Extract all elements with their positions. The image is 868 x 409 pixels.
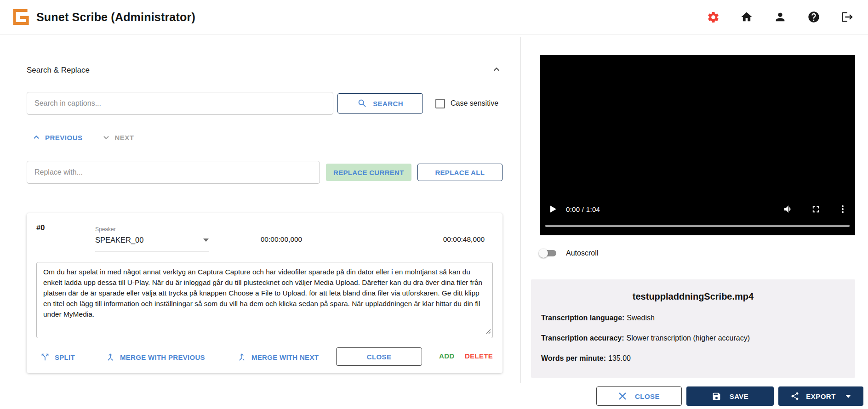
video-progress-bar[interactable]	[545, 225, 850, 227]
save-icon	[712, 392, 721, 401]
merge-with-next-button[interactable]: MERGE WITH NEXT	[237, 352, 319, 362]
media-info-row: Transcription language:Swedish	[541, 314, 845, 322]
app-header: Sunet Scribe (Administrator)	[0, 0, 868, 34]
search-replace-header: Search & Replace	[27, 63, 503, 77]
caption-start-time: 00:00:00,000	[235, 235, 327, 244]
split-button[interactable]: SPLIT	[40, 352, 75, 362]
page-title: Sunet Scribe (Administrator)	[36, 11, 195, 24]
media-info-row: Words per minute:135.00	[541, 354, 845, 363]
replace-row: REPLACE CURRENT REPLACE ALL	[27, 161, 503, 184]
profile-icon[interactable]	[773, 10, 787, 24]
video-player[interactable]: 0:00 / 1:04	[540, 55, 855, 235]
footer-save-label: SAVE	[730, 392, 749, 400]
media-info-label: Transcription language:	[541, 314, 624, 322]
speaker-select[interactable]: Speaker SPEAKER_00	[95, 226, 209, 251]
split-label: SPLIT	[55, 353, 75, 361]
share-icon	[790, 392, 799, 401]
search-icon	[357, 98, 367, 108]
caption-end-time: 00:00:48,000	[418, 235, 510, 244]
media-info-label: Transcription accuracy:	[541, 334, 624, 342]
logout-icon[interactable]	[840, 10, 854, 24]
main-content: Search & Replace SEARCH Case sensitive P	[0, 35, 868, 409]
search-nav-row: PREVIOUS NEXT	[31, 132, 134, 142]
search-replace-title: Search & Replace	[27, 66, 90, 75]
next-label: NEXT	[115, 134, 134, 142]
next-match-button[interactable]: NEXT	[101, 132, 134, 142]
close-x-icon	[618, 392, 627, 400]
footer-close-button[interactable]: CLOSE	[596, 386, 682, 406]
video-controls-right	[783, 204, 848, 215]
home-icon[interactable]	[740, 10, 754, 24]
settings-icon[interactable]	[706, 10, 720, 24]
fullscreen-icon[interactable]	[811, 204, 821, 215]
media-info-value: Swedish	[627, 314, 654, 322]
merge-up-icon	[105, 352, 115, 362]
autoscroll-row: Autoscroll	[540, 249, 598, 257]
speaker-value: SPEAKER_00	[95, 236, 143, 244]
search-input[interactable]	[27, 92, 333, 115]
volume-icon[interactable]	[783, 204, 794, 215]
header-actions	[706, 10, 854, 24]
help-icon[interactable]	[807, 10, 821, 24]
video-time-display: 0:00 / 1:04	[566, 205, 600, 213]
caption-text-wrapper: Om du har spelat in med något annat verk…	[36, 262, 493, 338]
caption-index: #0	[36, 223, 45, 232]
delete-caption-button[interactable]: DELETE	[465, 352, 493, 360]
case-sensitive-label: Case sensitive	[451, 99, 498, 108]
footer-bar: CLOSE SAVE EXPORT	[0, 383, 868, 409]
sunet-logo-icon	[10, 7, 29, 27]
merge-down-icon	[237, 352, 247, 362]
footer-close-label: CLOSE	[635, 392, 660, 400]
dropdown-arrow-icon	[203, 239, 209, 242]
caption-close-button[interactable]: CLOSE	[336, 347, 422, 366]
caption-textarea[interactable]: Om du har spelat in med något annat verk…	[36, 262, 493, 338]
merge-with-previous-button[interactable]: MERGE WITH PREVIOUS	[105, 352, 205, 362]
editor-panel: Search & Replace SEARCH Case sensitive P	[0, 35, 520, 409]
add-caption-button[interactable]: ADD	[439, 352, 454, 360]
search-button-label: SEARCH	[373, 100, 403, 108]
replace-input[interactable]	[27, 161, 320, 184]
merge-next-label: MERGE WITH NEXT	[251, 353, 319, 361]
kebab-menu-icon[interactable]	[838, 204, 848, 214]
footer-export-button[interactable]: EXPORT	[778, 386, 863, 406]
collapse-chevron-up-icon[interactable]	[491, 63, 503, 77]
previous-label: PREVIOUS	[45, 134, 83, 142]
footer-save-button[interactable]: SAVE	[686, 386, 774, 406]
export-caret-icon	[845, 394, 851, 398]
brand: Sunet Scribe (Administrator)	[10, 7, 195, 27]
caption-card: #0 Speaker SPEAKER_00 00:00:00,000 00:00…	[27, 213, 503, 373]
play-icon[interactable]	[547, 204, 558, 215]
autoscroll-toggle[interactable]	[540, 250, 556, 256]
media-info-value: Slower transcription (higher accuracy)	[627, 334, 750, 342]
autoscroll-label: Autoscroll	[566, 249, 598, 257]
media-panel: 0:00 / 1:04 Autoscroll	[521, 35, 868, 409]
media-info-label: Words per minute:	[541, 354, 606, 362]
media-info-value: 135.00	[608, 354, 631, 362]
case-sensitive-checkbox[interactable]	[435, 99, 445, 108]
replace-all-button[interactable]: REPLACE ALL	[417, 164, 503, 181]
media-info-row: Transcription accuracy:Slower transcript…	[541, 334, 845, 342]
chevron-down-icon	[101, 132, 111, 142]
speaker-field-label: Speaker	[95, 226, 209, 233]
chevron-up-icon	[31, 132, 41, 142]
media-filename: testuppladdningScribe.mp4	[541, 291, 845, 302]
search-button[interactable]: SEARCH	[337, 93, 423, 114]
replace-current-button[interactable]: REPLACE CURRENT	[326, 164, 411, 181]
previous-match-button[interactable]: PREVIOUS	[31, 132, 83, 142]
footer-export-label: EXPORT	[806, 392, 836, 400]
caption-actions: SPLIT MERGE WITH PREVIOUS MERGE WITH NEX…	[27, 347, 503, 368]
video-controls: 0:00 / 1:04	[540, 201, 855, 217]
media-info-card: testuppladdningScribe.mp4 Transcription …	[531, 279, 855, 378]
search-row: SEARCH Case sensitive	[27, 92, 503, 115]
merge-previous-label: MERGE WITH PREVIOUS	[120, 353, 205, 361]
split-icon	[40, 352, 50, 362]
